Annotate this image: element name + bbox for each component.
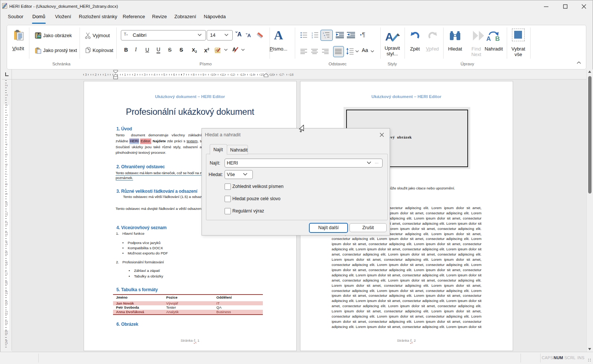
- svg-text:i: i: [325, 36, 325, 39]
- svg-text:B: B: [495, 35, 500, 42]
- svg-text:A: A: [486, 35, 491, 42]
- svg-text:3: 3: [312, 36, 313, 39]
